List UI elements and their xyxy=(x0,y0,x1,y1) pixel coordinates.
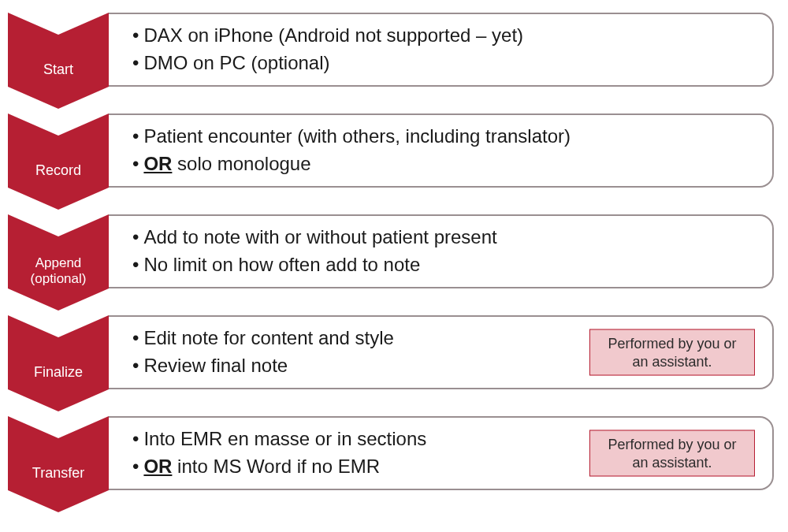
step-label: Transfer xyxy=(8,438,109,508)
chevron-start: Start xyxy=(8,13,109,87)
note-box: Performed by you or an assistant. xyxy=(589,329,755,376)
bullet: Into EMR en masse or in sections xyxy=(132,426,426,453)
step-label: Start xyxy=(8,35,109,104)
bullet: No limit on how often add to note xyxy=(132,251,497,279)
step-record: Record Patient encounter (with others, i… xyxy=(8,113,774,188)
bullet: OR into MS Word if no EMR xyxy=(132,453,426,481)
step-content: Patient encounter (with others, includin… xyxy=(90,113,774,188)
chevron-transfer: Transfer xyxy=(8,416,109,490)
step-content: DAX on iPhone (Android not supported – y… xyxy=(90,13,774,87)
bullet: Review final note xyxy=(132,352,394,380)
step-content: Edit note for content and style Review f… xyxy=(90,315,774,389)
step-content: Into EMR en masse or in sections OR into… xyxy=(90,416,774,490)
chevron-finalize: Finalize xyxy=(8,315,109,389)
bullet: DAX on iPhone (Android not supported – y… xyxy=(132,22,523,50)
chevron-append: Append (optional) xyxy=(8,214,109,288)
step-label: Append (optional) xyxy=(8,236,109,306)
step-finalize: Finalize Edit note for content and style… xyxy=(8,315,774,389)
step-label: Finalize xyxy=(8,337,109,407)
note-box: Performed by you or an assistant. xyxy=(589,430,755,477)
bullet: Add to note with or without patient pres… xyxy=(132,224,497,251)
chevron-record: Record xyxy=(8,113,109,188)
step-label: Record xyxy=(8,136,109,205)
step-start: Start DAX on iPhone (Android not support… xyxy=(8,13,774,87)
bullet: OR solo monologue xyxy=(132,151,571,178)
step-transfer: Transfer Into EMR en masse or in section… xyxy=(8,416,774,490)
bullet: DMO on PC (optional) xyxy=(132,50,523,77)
step-append: Append (optional) Add to note with or wi… xyxy=(8,214,774,288)
step-content: Add to note with or without patient pres… xyxy=(90,214,774,288)
bullet: Edit note for content and style xyxy=(132,325,394,352)
bullet: Patient encounter (with others, includin… xyxy=(132,123,571,151)
